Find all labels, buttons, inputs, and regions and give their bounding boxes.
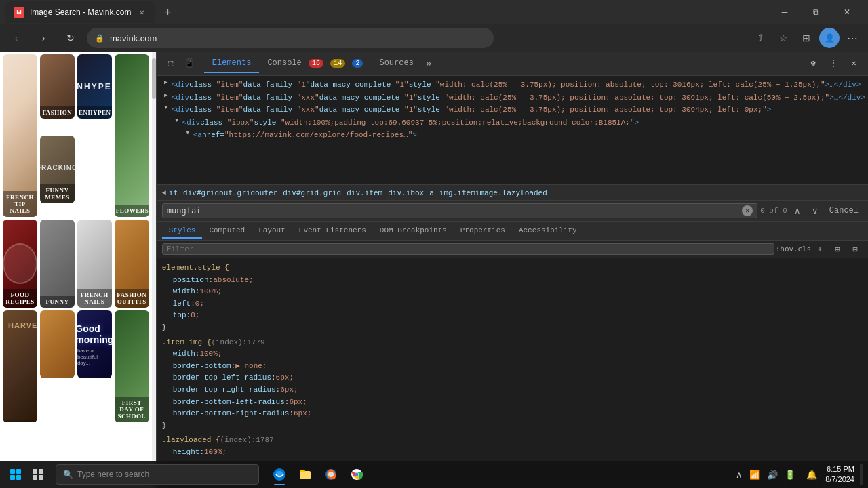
list-item[interactable]: Funny	[40, 220, 75, 308]
breadcrumb-item[interactable]: img.itemimage.lazyloaded	[439, 188, 547, 197]
css-value[interactable]: 100%;	[204, 447, 226, 459]
system-tray-expand[interactable]: ∧	[733, 467, 745, 483]
list-item[interactable]: First Day Of School	[115, 310, 149, 422]
search-clear-button[interactable]: ✕	[742, 205, 753, 216]
tab-event-listeners[interactable]: Event Listeners	[292, 224, 373, 239]
minimize-button[interactable]: ─	[769, 0, 800, 24]
explorer-app[interactable]	[293, 462, 317, 487]
share-button[interactable]: ⤴	[750, 28, 770, 48]
tab-layout[interactable]: Layout	[252, 224, 292, 239]
css-property[interactable]: border-bottom-right-radius	[162, 408, 290, 420]
list-item[interactable]: FRACKING Funny Memes	[40, 136, 75, 203]
new-style-rule-button[interactable]: ⊞	[830, 242, 845, 257]
list-item[interactable]: French Tip Nails	[3, 54, 37, 217]
taskbar-time[interactable]: 6:15 PM 8/7/2024	[825, 464, 854, 485]
notification-icon[interactable]: 🔔	[804, 467, 820, 483]
css-property[interactable]: left	[162, 298, 191, 310]
dom-toggle[interactable]: ▶	[162, 92, 170, 100]
settings-button[interactable]: ⚙	[804, 55, 822, 73]
breadcrumb-item[interactable]: div#grid.grid	[283, 188, 341, 197]
list-item[interactable]	[40, 310, 75, 378]
breadcrumb-item[interactable]: div.item	[347, 188, 382, 197]
add-style-button[interactable]: +	[812, 242, 827, 257]
css-value[interactable]: absolute;	[213, 274, 253, 287]
css-property[interactable]: border-bottom-left-radius	[162, 396, 285, 409]
split-button[interactable]: ⊞	[796, 28, 816, 48]
chrome-app[interactable]	[344, 462, 369, 487]
toggle-styles-button[interactable]: ⊟	[848, 242, 863, 257]
close-button[interactable]: ✕	[831, 0, 863, 24]
more-tabs-button[interactable]: »	[426, 58, 431, 69]
list-item[interactable]: Good morning have a beautiful day...	[77, 310, 112, 378]
css-property[interactable]: border-top-left-radius	[162, 372, 271, 384]
list-item[interactable]: HARVEST	[3, 310, 37, 422]
back-button[interactable]: ‹	[5, 27, 27, 49]
dom-toggle[interactable]: ▼	[173, 117, 181, 125]
show-desktop-button[interactable]	[860, 464, 863, 485]
list-item[interactable]: Food Recipes	[3, 220, 37, 308]
filter-input[interactable]	[162, 243, 774, 255]
css-value[interactable]: 100%;	[199, 286, 222, 298]
dom-line[interactable]: ▼ <div class="item" data-family="xxx" da…	[157, 104, 868, 117]
tab-computed[interactable]: Computed	[202, 224, 252, 239]
tab-sources[interactable]: Sources	[371, 54, 421, 73]
profile-button[interactable]: 👤	[819, 28, 840, 48]
tab-console[interactable]: Console 16 14 2	[259, 54, 371, 73]
search-prev-button[interactable]: ∧	[790, 203, 805, 218]
active-tab[interactable]: M Image Search - Mavink.com ✕	[5, 1, 155, 23]
css-property[interactable]: top	[162, 310, 186, 322]
network-icon[interactable]: 📶	[747, 467, 763, 483]
taskbar-search-bar[interactable]: 🔍 Type here to search	[56, 464, 259, 485]
css-property[interactable]: width	[162, 348, 195, 361]
css-value[interactable]: 0;	[191, 310, 199, 322]
css-value[interactable]: 100%;	[199, 348, 222, 361]
list-item[interactable]: Fashion Outfits	[115, 220, 149, 308]
dom-toggle[interactable]: ▶	[162, 79, 170, 87]
dom-line[interactable]: ▶ <div class="item" data-family="1" data…	[157, 79, 868, 92]
css-value[interactable]: 6px;	[289, 396, 307, 409]
favorites-button[interactable]: ☆	[773, 28, 793, 48]
breadcrumb-item[interactable]: a	[429, 188, 434, 197]
dom-line[interactable]: ▼ <div class="ibox" style="width:100%;pa…	[157, 117, 868, 129]
restore-button[interactable]: ⧉	[800, 0, 831, 24]
css-property[interactable]: border-bottom	[162, 361, 231, 373]
cls-button[interactable]: .cls	[795, 242, 810, 257]
tab-dom-breakpoints[interactable]: DOM Breakpoints	[373, 224, 454, 239]
breadcrumb-back[interactable]: ◀	[162, 188, 166, 197]
dom-line[interactable]: ▼ <a href="https://mavink.com/explore/fo…	[157, 129, 868, 142]
new-tab-button[interactable]: +	[158, 3, 177, 22]
pseudo-class-button[interactable]: :hov	[777, 242, 792, 257]
dom-toggle[interactable]: ▼	[184, 129, 192, 138]
menu-button[interactable]: ⋯	[842, 28, 863, 48]
search-next-button[interactable]: ∨	[808, 203, 823, 218]
css-property[interactable]: position	[162, 274, 209, 287]
forward-button[interactable]: ›	[33, 27, 54, 49]
list-item[interactable]: Flowers	[115, 54, 149, 217]
search-input[interactable]	[167, 206, 739, 216]
tab-accessibility[interactable]: Accessibility	[512, 224, 584, 239]
start-button[interactable]	[5, 464, 26, 485]
css-value[interactable]: 6px;	[294, 408, 311, 420]
css-value[interactable]: 6px;	[276, 372, 294, 384]
task-view-button[interactable]	[26, 462, 50, 487]
dom-toggle[interactable]: ▼	[162, 104, 170, 113]
dom-line[interactable]: ▶ <div class="item" data-family="xxx" da…	[157, 92, 868, 104]
css-value[interactable]: ▶ none;	[235, 361, 267, 373]
close-devtools-button[interactable]: ✕	[845, 55, 863, 73]
reload-button[interactable]: ↻	[60, 27, 81, 49]
css-value[interactable]: 6px;	[280, 384, 298, 396]
volume-icon[interactable]: 🔊	[764, 467, 781, 483]
list-item[interactable]: Fashion	[40, 54, 75, 119]
battery-icon[interactable]: 🔋	[782, 467, 798, 483]
css-property[interactable]: border-top-right-radius	[162, 384, 276, 396]
breadcrumb-item[interactable]: div.ibox	[388, 188, 424, 197]
tab-styles[interactable]: Styles	[162, 224, 203, 239]
firefox-app[interactable]	[319, 462, 343, 487]
inspect-element-button[interactable]: ⬚	[162, 55, 180, 73]
css-value[interactable]: 0;	[195, 298, 204, 310]
edge-app[interactable]	[267, 462, 292, 487]
list-item[interactable]: French Nails	[77, 220, 112, 308]
tab-elements[interactable]: Elements	[204, 54, 260, 73]
breadcrumb-item[interactable]: it	[169, 188, 178, 197]
css-property[interactable]: width	[162, 286, 195, 298]
